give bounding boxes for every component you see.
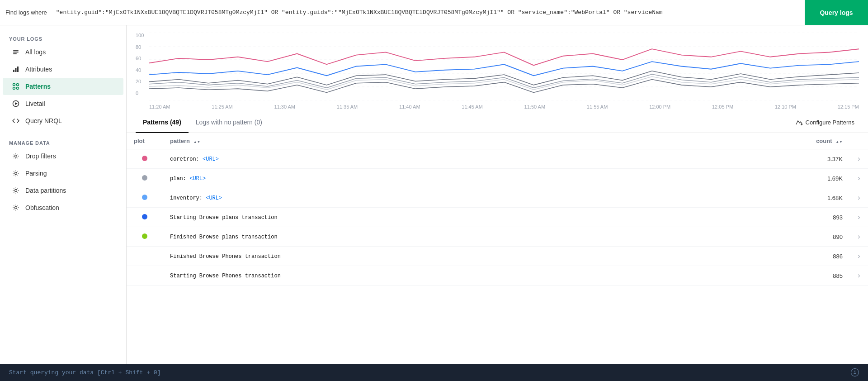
bottom-hint-text: Start querying your data [Ctrl + Shift +… <box>9 369 160 376</box>
row-expand-button[interactable]: › <box>850 227 868 247</box>
your-logs-section-label: YOUR LOGS <box>0 33 126 43</box>
table-row: Finished Browse Phones transaction886› <box>127 247 868 266</box>
configure-patterns-button[interactable]: Configure Patterns <box>791 116 859 129</box>
plot-cell <box>127 266 163 286</box>
query-logs-button[interactable]: Query logs <box>805 0 868 25</box>
sidebar-item-label: Query NRQL <box>25 117 62 124</box>
tabs-left: Patterns (49) Logs with no pattern (0) <box>136 112 269 133</box>
count-cell: 893 <box>760 208 850 227</box>
sidebar-item-label: Data partitions <box>25 187 66 194</box>
plot-cell <box>127 188 163 208</box>
row-expand-button[interactable]: › <box>850 169 868 188</box>
sidebar-item-obfuscation[interactable]: Obfuscation <box>3 199 123 216</box>
svg-point-12 <box>15 155 17 157</box>
pattern-cell: Starting Browse Phones transaction <box>163 266 760 286</box>
plot-cell <box>127 169 163 188</box>
chart-x-labels: 11:20 AM 11:25 AM 11:30 AM 11:35 AM 11:4… <box>149 102 859 113</box>
svg-rect-1 <box>13 52 19 52</box>
configure-patterns-label: Configure Patterns <box>806 119 854 126</box>
sidebar-item-label: Patterns <box>25 83 51 90</box>
svg-point-15 <box>15 207 17 209</box>
table-row: Starting Browse plans transaction893› <box>127 208 868 227</box>
svg-point-8 <box>13 87 15 90</box>
pattern-dot <box>142 195 147 200</box>
sidebar-item-livetail[interactable]: Livetail <box>3 95 123 112</box>
count-cell: 3.37K <box>760 149 850 169</box>
tab-patterns[interactable]: Patterns (49) <box>136 112 189 133</box>
pattern-dot <box>142 214 147 219</box>
chevron-right-icon: › <box>858 233 860 240</box>
top-bar: Find logs where Query logs <box>0 0 868 25</box>
sidebar-item-label: Drop filters <box>25 152 56 160</box>
chevron-right-icon: › <box>858 174 860 182</box>
gear-icon <box>12 186 20 195</box>
sidebar-item-label: Attributes <box>25 66 52 73</box>
table-row: Starting Browse Phones transaction885› <box>127 266 868 286</box>
col-count[interactable]: count ▲▼ <box>760 133 850 149</box>
gear-icon <box>12 152 20 160</box>
play-circle-icon <box>12 100 20 108</box>
pattern-dot <box>142 175 147 181</box>
sidebar-item-patterns[interactable]: Patterns <box>3 78 123 95</box>
chart-y-labels: 100 80 60 40 20 0 <box>136 33 149 96</box>
svg-rect-2 <box>13 53 17 54</box>
code-icon <box>12 117 20 125</box>
count-cell: 1.68K <box>760 188 850 208</box>
query-input[interactable] <box>52 2 805 23</box>
content-area: 100 80 60 40 20 0 <box>127 25 868 364</box>
chevron-right-icon: › <box>858 271 860 279</box>
col-pattern[interactable]: pattern ▲▼ <box>163 133 760 149</box>
sidebar-item-data-partitions[interactable]: Data partitions <box>3 182 123 199</box>
chart-container: 100 80 60 40 20 0 <box>136 33 859 112</box>
sidebar-item-attributes[interactable]: Attributes <box>3 61 123 78</box>
bottom-bar: Start querying your data [Ctrl + Shift +… <box>0 364 868 381</box>
sidebar-item-drop-filters[interactable]: Drop filters <box>3 148 123 165</box>
find-logs-label: Find logs where <box>0 9 52 16</box>
manage-data-section-label: MANAGE DATA <box>0 137 126 148</box>
svg-point-13 <box>15 172 17 175</box>
gear-icon <box>12 204 20 212</box>
svg-point-14 <box>15 190 17 192</box>
chevron-right-icon: › <box>858 213 860 221</box>
info-icon[interactable]: i <box>851 368 859 376</box>
count-cell: 890 <box>760 227 850 247</box>
tabs-bar: Patterns (49) Logs with no pattern (0) C… <box>127 112 868 133</box>
svg-rect-0 <box>13 50 19 51</box>
pattern-cell: plan: <URL> <box>163 169 760 188</box>
sidebar-item-all-logs[interactable]: All logs <box>3 43 123 61</box>
svg-rect-5 <box>17 67 19 72</box>
plot-cell <box>127 227 163 247</box>
sidebar-item-label: All logs <box>25 48 46 56</box>
count-cell: 1.69K <box>760 169 850 188</box>
plot-cell <box>127 208 163 227</box>
plot-cell <box>127 149 163 169</box>
sidebar: YOUR LOGS All logs Attributes <box>0 25 127 364</box>
svg-point-9 <box>17 87 19 90</box>
pattern-cell: coretron: <URL> <box>163 149 760 169</box>
sidebar-item-label: Obfuscation <box>25 204 59 211</box>
row-expand-button[interactable]: › <box>850 208 868 227</box>
sidebar-item-query-nrql[interactable]: Query NRQL <box>3 112 123 129</box>
row-expand-button[interactable]: › <box>850 149 868 169</box>
pattern-dot <box>142 156 147 161</box>
row-expand-button[interactable]: › <box>850 247 868 266</box>
row-expand-button[interactable]: › <box>850 188 868 208</box>
table-row: inventory: <URL>1.68K› <box>127 188 868 208</box>
col-plot: plot <box>127 133 163 149</box>
svg-rect-4 <box>15 68 17 72</box>
table-row: coretron: <URL>3.37K› <box>127 149 868 169</box>
tab-no-pattern[interactable]: Logs with no pattern (0) <box>189 112 269 133</box>
gear-icon <box>12 169 20 177</box>
table-container: plot pattern ▲▼ count ▲▼ core <box>127 133 868 364</box>
count-cell: 885 <box>760 266 850 286</box>
sidebar-item-parsing[interactable]: Parsing <box>3 165 123 182</box>
bar-chart-icon <box>12 65 20 73</box>
main-layout: YOUR LOGS All logs Attributes <box>0 25 868 364</box>
svg-marker-11 <box>15 102 18 105</box>
svg-point-6 <box>13 84 15 86</box>
row-expand-button[interactable]: › <box>850 266 868 286</box>
svg-rect-3 <box>13 70 14 72</box>
pattern-icon <box>12 82 20 90</box>
sidebar-item-label: Parsing <box>25 170 47 177</box>
pattern-dot <box>142 233 147 239</box>
